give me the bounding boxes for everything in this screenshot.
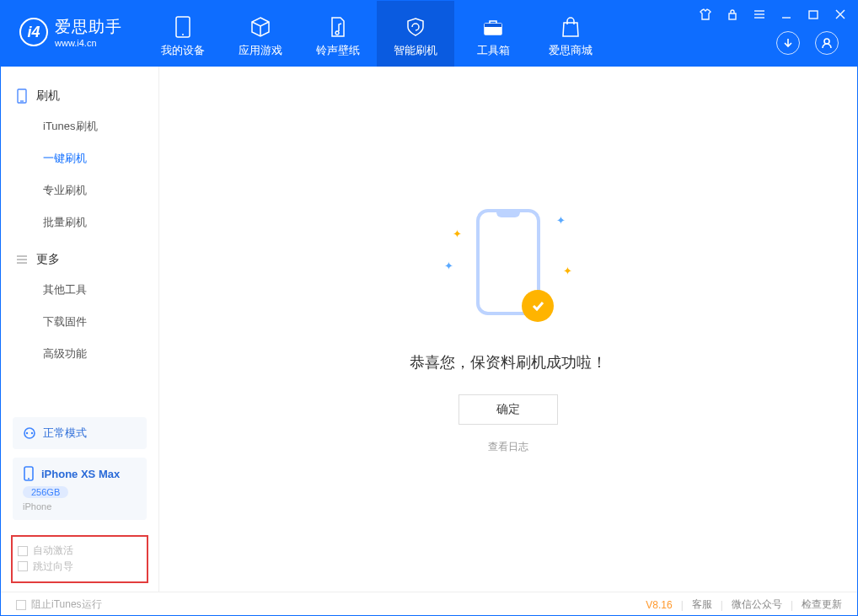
phone-icon <box>23 466 35 481</box>
footer-link-support[interactable]: 客服 <box>692 597 712 612</box>
sparkle-icon: ✦ <box>556 214 566 227</box>
svg-point-1 <box>182 34 184 35</box>
sparkle-icon: ✦ <box>563 265 572 277</box>
lock-icon[interactable] <box>726 8 739 21</box>
options-highlight-box: 自动激活 跳过向导 <box>11 535 148 583</box>
svg-point-19 <box>26 432 28 434</box>
sidebar: 刷机 iTunes刷机 一键刷机 专业刷机 批量刷机 更多 其他工具 下载固件 … <box>1 67 159 592</box>
sparkle-icon: ✦ <box>444 260 453 272</box>
view-log-link[interactable]: 查看日志 <box>488 440 528 454</box>
success-illustration: ✦ ✦ ✦ ✦ <box>441 204 576 330</box>
menu-icon[interactable] <box>753 8 766 21</box>
svg-point-20 <box>31 432 33 434</box>
sidebar-section-flash: 刷机 <box>1 82 158 110</box>
app-name-en: www.i4.cn <box>55 38 122 48</box>
svg-rect-3 <box>485 24 501 27</box>
ok-button[interactable]: 确定 <box>458 394 558 425</box>
main-tabs: 我的设备 应用游戏 铃声壁纸 智能刷机 工具箱 爱思商城 <box>144 1 609 67</box>
svg-point-12 <box>824 39 829 44</box>
app-logo: i4 爱思助手 www.i4.cn <box>1 1 136 48</box>
check-badge-icon <box>522 290 554 322</box>
tab-apps-games[interactable]: 应用游戏 <box>222 1 299 67</box>
sidebar-item-itunes-flash[interactable]: iTunes刷机 <box>1 110 158 142</box>
sidebar-item-oneclick-flash[interactable]: 一键刷机 <box>1 142 158 174</box>
section-title: 更多 <box>36 252 60 267</box>
success-message: 恭喜您，保资料刷机成功啦！ <box>410 352 607 372</box>
sidebar-item-advanced[interactable]: 高级功能 <box>1 338 158 370</box>
tab-my-device[interactable]: 我的设备 <box>144 1 222 67</box>
sparkle-icon: ✦ <box>453 228 462 240</box>
checkbox-block-itunes[interactable]: 阻止iTunes运行 <box>16 597 102 612</box>
svg-rect-9 <box>809 11 818 19</box>
tab-label: 应用游戏 <box>239 43 282 58</box>
device-model: iPhone XS Max <box>41 468 120 480</box>
close-icon[interactable] <box>834 8 847 21</box>
tab-label: 智能刷机 <box>394 43 437 58</box>
checkbox-auto-activate[interactable]: 自动激活 <box>18 544 73 558</box>
device-icon <box>172 16 194 38</box>
tab-label: 爱思商城 <box>549 43 593 58</box>
status-bar: 阻止iTunes运行 V8.16 | 客服 | 微信公众号 | 检查更新 <box>1 592 857 616</box>
music-file-icon <box>327 16 349 38</box>
bag-icon <box>560 16 582 38</box>
svg-rect-4 <box>729 13 736 19</box>
minimize-icon[interactable] <box>780 8 793 21</box>
section-title: 刷机 <box>36 88 60 104</box>
tab-toolbox[interactable]: 工具箱 <box>454 1 532 67</box>
sidebar-item-batch-flash[interactable]: 批量刷机 <box>1 206 158 238</box>
svg-point-18 <box>24 428 35 438</box>
sidebar-section-more: 更多 <box>1 245 158 274</box>
svg-point-22 <box>28 478 29 479</box>
app-header: i4 爱思助手 www.i4.cn 我的设备 应用游戏 铃声壁纸 智能刷机 工具… <box>1 1 857 67</box>
sidebar-item-pro-flash[interactable]: 专业刷机 <box>1 174 158 206</box>
header-right-actions <box>776 31 839 55</box>
device-card[interactable]: iPhone XS Max 256GB iPhone <box>13 458 147 520</box>
refresh-shield-icon <box>405 16 426 38</box>
tab-label: 铃声壁纸 <box>316 43 360 58</box>
app-name-cn: 爱思助手 <box>55 16 122 38</box>
sidebar-item-download-firmware[interactable]: 下载固件 <box>1 306 158 338</box>
footer-link-wechat[interactable]: 微信公众号 <box>732 597 782 612</box>
user-button[interactable] <box>815 31 839 55</box>
mode-card[interactable]: 正常模式 <box>13 417 147 449</box>
tab-label: 工具箱 <box>477 43 510 58</box>
tshirt-icon[interactable] <box>699 8 712 21</box>
tab-smart-flash[interactable]: 智能刷机 <box>377 1 454 67</box>
version-label: V8.16 <box>646 599 672 611</box>
tab-store[interactable]: 爱思商城 <box>532 1 609 67</box>
sidebar-item-other-tools[interactable]: 其他工具 <box>1 274 158 306</box>
device-type: iPhone <box>23 501 51 512</box>
tab-ringtone-wallpaper[interactable]: 铃声壁纸 <box>299 1 377 67</box>
download-button[interactable] <box>776 31 800 55</box>
footer-link-update[interactable]: 检查更新 <box>802 597 842 612</box>
cycle-icon <box>23 426 36 440</box>
toolbox-icon <box>482 16 504 38</box>
cube-icon <box>249 16 271 38</box>
logo-badge-icon: i4 <box>19 18 48 46</box>
main-content: ✦ ✦ ✦ ✦ 恭喜您，保资料刷机成功啦！ 确定 查看日志 <box>159 67 857 592</box>
storage-badge: 256GB <box>23 486 68 498</box>
mode-label: 正常模式 <box>43 426 87 441</box>
tab-label: 我的设备 <box>161 43 205 58</box>
titlebar-controls <box>699 8 847 21</box>
checkbox-skip-guide[interactable]: 跳过向导 <box>18 560 73 574</box>
maximize-icon[interactable] <box>807 8 820 21</box>
